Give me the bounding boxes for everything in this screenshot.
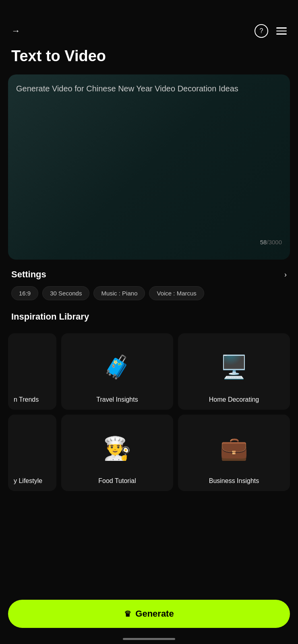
business-insights-icon: 💼 — [220, 423, 248, 474]
travel-insights-label: Travel Insights — [96, 396, 138, 403]
header-right: ? — [255, 24, 287, 38]
page-title: Text to Video — [0, 44, 298, 74]
food-tutorial-label: Food Tutorial — [98, 477, 136, 485]
generate-label: Generate — [135, 609, 174, 619]
cards-outer-row1: n Trends 🧳 Travel Insights 🖥️ Home Decor… — [0, 333, 298, 491]
settings-tags: 16:9 30 Seconds Music : Piano Voice : Ma… — [11, 286, 287, 300]
menu-button[interactable] — [276, 27, 287, 35]
settings-section: Settings › 16:9 30 Seconds Music : Piano… — [0, 260, 298, 305]
inspiration-title: Inspiration Library — [11, 312, 287, 322]
tag-voice[interactable]: Voice : Marcus — [149, 286, 204, 300]
cards-row-1: n Trends 🧳 Travel Insights 🖥️ Home Decor… — [8, 333, 290, 410]
settings-header: Settings › — [11, 269, 287, 280]
home-decorating-icon: 🖥️ — [220, 341, 248, 393]
cards-row-2: y Lifestyle 👨‍🍳 Food Tutorial 💼 Business… — [8, 415, 290, 491]
card-home-decorating[interactable]: 🖥️ Home Decorating — [178, 333, 290, 410]
business-insights-label: Business Insights — [209, 477, 259, 485]
generate-button[interactable]: ♛ Generate — [8, 600, 290, 628]
inspiration-section: Inspiration Library — [0, 305, 298, 333]
char-count: 58/3000 — [16, 239, 282, 246]
help-button[interactable]: ? — [255, 24, 268, 38]
generate-btn-container: ♛ Generate — [8, 600, 290, 628]
back-button[interactable]: ← — [11, 26, 20, 36]
food-tutorial-icon: 👨‍🍳 — [103, 423, 131, 474]
home-decorating-label: Home Decorating — [209, 396, 259, 403]
spacer — [0, 496, 298, 552]
card-partial-trends[interactable]: n Trends — [8, 333, 56, 410]
partial-label-trends: n Trends — [14, 396, 39, 403]
header: ← ? — [0, 0, 298, 44]
text-area-container: Generate Video for Chinese New Year Vide… — [8, 74, 290, 260]
char-max: 3000 — [269, 239, 282, 246]
settings-arrow-button[interactable]: › — [284, 270, 287, 279]
partial-label-lifestyle: y Lifestyle — [14, 477, 42, 485]
char-current: 58 — [260, 239, 267, 246]
travel-insights-icon: 🧳 — [103, 341, 131, 393]
tag-music[interactable]: Music : Piano — [93, 286, 145, 300]
video-text-input[interactable]: Generate Video for Chinese New Year Vide… — [16, 83, 282, 235]
tag-duration[interactable]: 30 Seconds — [42, 286, 89, 300]
home-indicator — [123, 638, 175, 640]
tag-aspect-ratio[interactable]: 16:9 — [11, 286, 38, 300]
header-left: ← — [11, 26, 20, 36]
card-partial-lifestyle[interactable]: y Lifestyle — [8, 415, 56, 491]
crown-icon: ♛ — [124, 609, 131, 619]
settings-title: Settings — [11, 269, 46, 280]
card-food-tutorial[interactable]: 👨‍🍳 Food Tutorial — [61, 415, 173, 491]
card-business-insights[interactable]: 💼 Business Insights — [178, 415, 290, 491]
card-travel-insights[interactable]: 🧳 Travel Insights — [61, 333, 173, 410]
